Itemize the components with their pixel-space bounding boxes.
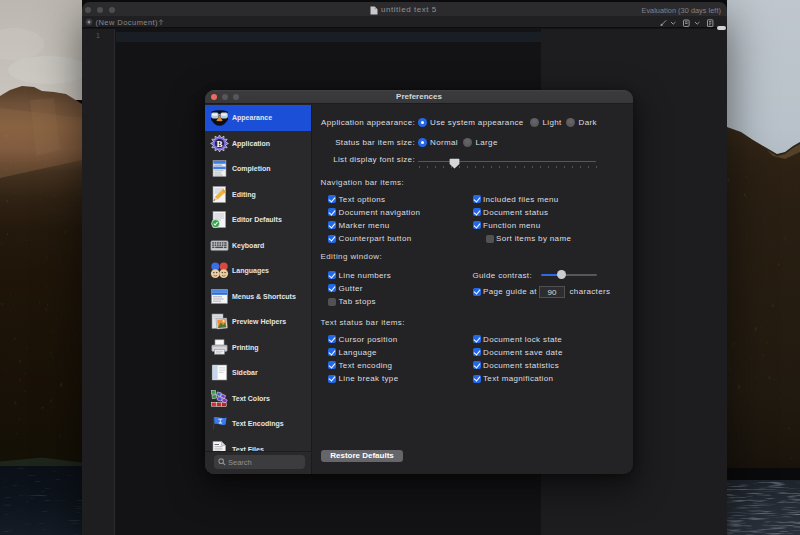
svg-text:B: B xyxy=(216,139,222,149)
